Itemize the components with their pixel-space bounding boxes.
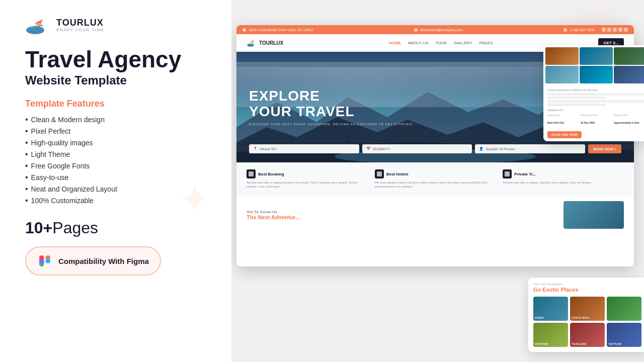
tour-photo-2 [580,47,613,65]
service-hotels: Best Hotels We have always made a living… [375,169,496,189]
nav-about[interactable]: ABOUT US [408,41,429,45]
decorative-star: ✦ [178,176,211,223]
tour-text-rows [547,93,644,106]
search-where-field[interactable]: 📍 Where To? [249,144,359,153]
hotels-text: We have always made a living to make mov… [375,180,496,189]
exotic-photo-grid: DUBAI COSTA RICA VIETNAM THAILAND VIETNA… [533,297,641,347]
about-label: Get To Know Us [247,210,300,214]
feature-2: Pixel Perfect [25,127,206,136]
svg-rect-5 [39,259,44,263]
tour-photo-5 [580,66,613,83]
book-now-button[interactable]: BOOK NOW » [588,144,621,153]
nav-gallery[interactable]: GALLERY [454,41,472,45]
private-text: Aenean sed nibh a magna. faucibus nunc a… [503,180,624,185]
departure-cell: Departure Time 12 Dec 2021 [581,114,612,126]
nav-home[interactable]: HOME [389,41,401,45]
about-image [564,201,624,229]
brand-tagline: ENJOY YOUR TIME [56,28,104,33]
exotic-thailand: THAILAND [570,323,605,347]
logo-icon [25,15,51,35]
tour-info-grid: Destination New York City Departure Time… [547,114,644,126]
hotels-title: Best Hotels [386,172,409,176]
text-row-3 [547,100,644,103]
logo-area: TOURLUX ENJOY YOUR TIME [25,15,206,35]
text-row-2 [547,97,606,99]
text-row-4 [547,104,606,106]
tour-photo-grid [543,45,644,85]
hero-search: 📍 Where To? 📅 DD/MM/YY 👤 Number Of Perso… [249,144,621,153]
search-date-field[interactable]: 📅 DD/MM/YY [362,144,472,153]
feature-1: Clean & Modern design [25,115,206,124]
exotic-vietnam-2: VIETNAM [607,323,641,347]
return-cell: Return Time Approximately 1 time [614,114,644,126]
site-about: Get To Know Us The Next Adventur... [236,196,634,234]
topbar-address: 4845 Confederate Drive Utica, NY 13502 [243,28,313,32]
pages-number: 10+ [25,219,52,237]
tour-photo-1 [545,47,579,65]
site-topbar: 4845 Confederate Drive Utica, NY 13502 t… [236,25,634,34]
exotic-photo-3 [607,297,641,321]
tour-photo-4 [545,66,579,83]
topbar-phone: 1 362 867 5309 [564,28,628,32]
book-tour-button[interactable]: BOOK THIS TOUR [547,131,582,138]
private-title: Private Tr... [514,172,536,176]
text-row-1 [547,93,644,96]
right-panel: 4845 Confederate Drive Utica, NY 13502 t… [231,0,644,362]
exotic-places-card: Find Your Destination Go Exotic Places D… [528,278,644,352]
figma-button[interactable]: Compatibility With Figma [25,246,161,276]
exotic-title: Go Exotic Places [533,287,641,293]
main-heading: Travel Agency [25,47,206,71]
left-panel: TOURLUX ENJOY YOUR TIME Travel Agency We… [0,0,231,362]
private-icon [503,169,512,178]
search-person-field[interactable]: 👤 Number Of Person [475,144,585,153]
nav-tour[interactable]: TOUR [435,41,447,45]
nav-links: HOME ABOUT US TOUR GALLERY PAGES [389,41,493,45]
booking-text: Aenean sed nibh a magna posuere into tem… [247,180,368,189]
tour-photo-6 [614,66,644,83]
exotic-costa-rica: COSTA RICA [570,297,605,321]
exotic-dubai: DUBAI [533,297,568,321]
site-services: Best Booking Aenean sed nibh a magna pos… [236,162,634,196]
tour-detail-card: A brief summary of what's on this tour A… [543,45,644,141]
logo-text: TOURLUX ENJOY YOUR TIME [56,18,104,33]
brand-name: TOURLUX [56,18,104,28]
figma-label: Compatibility With Figma [58,257,149,265]
destination-cell: Destination New York City [547,114,579,126]
tour-photo-3 [614,47,644,65]
service-booking: Best Booking Aenean sed nibh a magna pos… [247,169,368,189]
nav-logo: TOURLUX [247,39,283,47]
svg-point-4 [46,259,50,263]
nav-pages[interactable]: PAGES [479,41,493,45]
about-title: The Next Adventur... [247,214,300,220]
hotels-icon [375,169,384,178]
exotic-header: Find Your Destination [533,283,641,286]
sub-heading: Website Template [25,73,206,87]
booking-icon [247,169,256,178]
topbar-email: touristravel@company.com [414,28,463,32]
feature-3: High-quality images [25,138,206,147]
exotic-vietnam-1: VIETNAM [533,323,568,347]
figma-icon [37,253,52,268]
feature-5: Free Google Fonts [25,161,206,170]
features-title: Template Features [25,99,206,109]
tour-brief-label: A brief summary of what's on this tour [547,88,644,92]
pages-label: Pages [52,219,98,237]
about-text: Get To Know Us The Next Adventur... [247,210,300,220]
feature-4: Light Theme [25,150,206,159]
tour-detail-body: A brief summary of what's on this tour A… [543,85,644,141]
additional-info: Additional info: [547,109,644,112]
service-private: Private Tr... Aenean sed nibh a magna. f… [503,169,624,189]
nav-brand: TOURLUX [259,40,283,46]
booking-title: Best Booking [258,172,284,176]
